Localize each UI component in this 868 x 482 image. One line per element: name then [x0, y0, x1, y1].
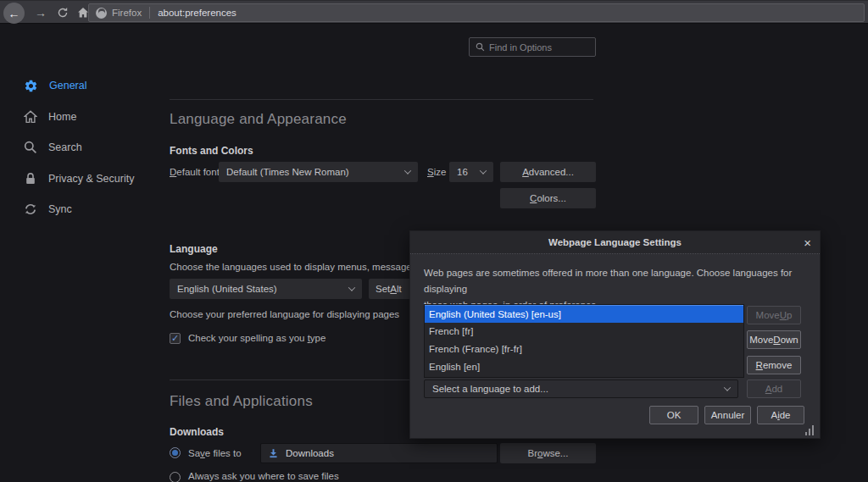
- size-label: Size: [427, 162, 446, 182]
- back-arrow-icon: ←: [8, 7, 20, 20]
- always-ask-radio[interactable]: [170, 472, 181, 482]
- language-appearance-title: Language and Appearance: [170, 111, 347, 128]
- download-path-field[interactable]: Downloads: [260, 443, 498, 463]
- search-icon: [476, 42, 485, 52]
- home-icon: [77, 7, 89, 19]
- sidebar-item-sync[interactable]: Sync: [24, 200, 72, 219]
- font-size-value: 16: [457, 167, 468, 177]
- spellcheck-label: Check your spelling as you type: [188, 333, 326, 343]
- advanced-button[interactable]: Advanced...: [500, 162, 596, 182]
- sync-icon: [24, 202, 37, 216]
- dialog-title: Webpage Language Settings: [548, 237, 682, 247]
- language-listbox[interactable]: English (United States) [en-us] French […: [424, 304, 744, 378]
- language-menus-description: Choose the languages used to display men…: [170, 262, 420, 272]
- preferences-page: General Home Search Privacy & Security S…: [0, 25, 868, 482]
- chevron-down-icon: [348, 284, 355, 291]
- chevron-down-icon: [724, 384, 731, 391]
- find-in-options-input[interactable]: [489, 42, 589, 53]
- firefox-label: Firefox: [112, 8, 142, 18]
- resize-grip-icon[interactable]: [805, 424, 817, 435]
- firefox-window: ← → Firefox about:preferences Gene: [0, 0, 868, 482]
- help-button[interactable]: Aide: [757, 406, 804, 424]
- webpage-language-settings-dialog: Webpage Language Settings × Web pages ar…: [409, 230, 821, 439]
- forward-arrow-icon: →: [35, 6, 47, 19]
- add-button[interactable]: Add: [747, 380, 801, 398]
- colors-button[interactable]: Colors...: [500, 188, 596, 208]
- language-list-item[interactable]: French (France) [fr-fr]: [425, 341, 743, 358]
- language-list-item[interactable]: English [en]: [425, 358, 743, 376]
- language-list-item[interactable]: French [fr]: [425, 323, 743, 341]
- gear-icon: [24, 79, 38, 93]
- chevron-down-icon: [480, 167, 487, 174]
- dialog-description-line1: Web pages are sometimes offered in more …: [424, 265, 810, 297]
- browser-toolbar: ← → Firefox about:preferences: [0, 0, 868, 24]
- forward-button[interactable]: →: [31, 1, 51, 25]
- reload-button[interactable]: [53, 1, 73, 25]
- cancel-button[interactable]: Annuler: [704, 406, 751, 424]
- ok-button[interactable]: OK: [649, 406, 698, 424]
- language-title: Language: [170, 243, 218, 255]
- remove-button[interactable]: Remove: [747, 356, 801, 374]
- browse-button[interactable]: Browse...: [500, 443, 596, 463]
- move-down-button[interactable]: Move Down: [747, 330, 801, 349]
- font-size-select[interactable]: 16: [449, 162, 493, 182]
- sidebar-item-general[interactable]: General: [24, 76, 86, 95]
- sidebar-label-sync: Sync: [48, 203, 72, 215]
- add-language-select[interactable]: Select a language to add...: [424, 380, 738, 398]
- sidebar-item-privacy-security[interactable]: Privacy & Security: [24, 169, 134, 188]
- close-icon[interactable]: ×: [804, 231, 811, 254]
- back-button[interactable]: ←: [3, 3, 25, 24]
- search-icon: [24, 141, 37, 154]
- language-list-item[interactable]: English (United States) [en-us]: [425, 305, 743, 323]
- url-bar[interactable]: Firefox about:preferences: [88, 3, 865, 22]
- add-language-placeholder: Select a language to add...: [432, 384, 548, 394]
- ui-language-select[interactable]: English (United States): [170, 279, 362, 299]
- sidebar-label-search: Search: [48, 141, 82, 153]
- sidebar-label-privacy-security: Privacy & Security: [48, 173, 134, 185]
- downloads-title: Downloads: [170, 426, 224, 438]
- section-divider: [170, 99, 593, 100]
- check-icon: ✓: [171, 334, 179, 343]
- lock-icon: [24, 172, 37, 186]
- find-in-options[interactable]: [469, 37, 596, 57]
- fonts-colors-title: Fonts and Colors: [170, 145, 253, 157]
- sidebar-item-search[interactable]: Search: [24, 138, 82, 157]
- save-files-to-radio[interactable]: [170, 447, 181, 458]
- chevron-down-icon: [404, 167, 411, 174]
- spellcheck-checkbox[interactable]: ✓: [170, 333, 181, 344]
- download-icon: [268, 448, 279, 459]
- sidebar-item-home[interactable]: Home: [24, 108, 76, 126]
- sidebar-label-general: General: [49, 80, 86, 91]
- move-up-button[interactable]: Move Up: [747, 306, 801, 324]
- dialog-titlebar[interactable]: Webpage Language Settings ×: [410, 231, 820, 254]
- home-icon: [24, 110, 37, 124]
- ui-language-value: English (United States): [177, 284, 277, 294]
- default-font-label: Default font: [170, 162, 220, 182]
- always-ask-label: Always ask you where to save files: [188, 471, 339, 481]
- download-path-value: Downloads: [286, 448, 334, 458]
- sidebar-label-home: Home: [48, 111, 76, 123]
- firefox-icon: [96, 8, 107, 19]
- reload-icon: [57, 7, 69, 19]
- url-text: about:preferences: [158, 8, 236, 18]
- default-font-select[interactable]: Default (Times New Roman): [219, 162, 418, 182]
- save-files-to-label: Save files to: [188, 443, 242, 463]
- default-font-value: Default (Times New Roman): [226, 167, 349, 177]
- pages-language-description: Choose your preferred language for displ…: [170, 309, 399, 319]
- urlbar-divider: [149, 7, 150, 19]
- files-applications-title: Files and Applications: [170, 393, 313, 410]
